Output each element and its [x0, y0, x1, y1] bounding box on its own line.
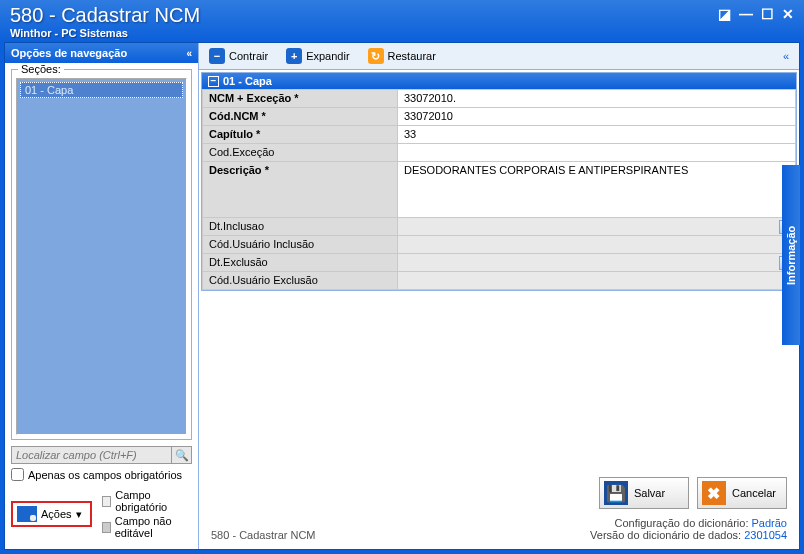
- section-title: 01 - Capa: [223, 75, 272, 87]
- sections-label: Seções:: [18, 63, 64, 75]
- val-capitulo[interactable]: 33: [398, 126, 796, 144]
- val-dtexclusao[interactable]: ▾: [398, 254, 796, 272]
- config-value[interactable]: Padrão: [752, 517, 787, 529]
- lbl-ncm-excecao: NCM + Exceção *: [203, 90, 398, 108]
- restore-icon[interactable]: ◪: [718, 6, 731, 22]
- window-subtitle: Winthor - PC Sistemas: [10, 27, 200, 39]
- config-label: Configuração do dicionário:: [615, 517, 749, 529]
- cancel-label: Cancelar: [732, 487, 776, 499]
- only-required-label: Apenas os campos obrigatórios: [28, 469, 182, 481]
- val-dtinclusao[interactable]: ▾: [398, 218, 796, 236]
- lbl-dtinclusao: Dt.Inclusao: [203, 218, 398, 236]
- search-icon: 🔍: [175, 449, 189, 462]
- val-codusr-exc[interactable]: [398, 272, 796, 290]
- form-grid: − 01 - Capa NCM + Exceção *33072010. Cód…: [201, 72, 797, 291]
- section-header[interactable]: − 01 - Capa: [202, 73, 796, 89]
- lbl-codusr-exc: Cód.Usuário Exclusão: [203, 272, 398, 290]
- expandir-label: Expandir: [306, 50, 349, 62]
- val-ncm-excecao[interactable]: 33072010.: [398, 90, 796, 108]
- val-codexcecao[interactable]: [398, 144, 796, 162]
- version-value[interactable]: 2301054: [744, 529, 787, 541]
- sections-tree[interactable]: 01 - Capa: [16, 78, 187, 435]
- actions-button[interactable]: Ações ▾: [11, 501, 92, 527]
- lbl-capitulo: Capítulo *: [203, 126, 398, 144]
- close-icon[interactable]: ✕: [782, 6, 794, 22]
- search-input[interactable]: [11, 446, 172, 464]
- maximize-icon[interactable]: ☐: [761, 6, 774, 22]
- chevron-down-icon: ▾: [76, 508, 82, 521]
- collapse-icon[interactable]: −: [208, 76, 219, 87]
- legend-required-icon: [102, 496, 112, 507]
- contrair-label: Contrair: [229, 50, 268, 62]
- main-panel: −Contrair +Expandir ↻Restaurar « − 01 - …: [199, 43, 799, 549]
- val-codncm[interactable]: 33072010: [398, 108, 796, 126]
- cancel-icon: ✖: [702, 481, 726, 505]
- status-right: Configuração do dicionário: Padrão Versã…: [590, 517, 787, 541]
- info-tab[interactable]: Informação: [782, 165, 800, 345]
- legend-readonly-icon: [102, 522, 111, 533]
- cancel-button[interactable]: ✖Cancelar: [697, 477, 787, 509]
- status-left: 580 - Cadastrar NCM: [211, 529, 316, 541]
- lbl-descricao: Descrição *: [203, 162, 398, 218]
- sections-box: Seções: 01 - Capa: [11, 69, 192, 440]
- save-label: Salvar: [634, 487, 665, 499]
- val-codusr-inc[interactable]: [398, 236, 796, 254]
- chevron-left-icon[interactable]: «: [186, 48, 192, 59]
- restaurar-label: Restaurar: [388, 50, 436, 62]
- minimize-icon[interactable]: —: [739, 6, 753, 22]
- version-label: Versão do dicionário de dados:: [590, 529, 741, 541]
- restaurar-button[interactable]: ↻Restaurar: [364, 46, 440, 66]
- titlebar: 580 - Cadastrar NCM Winthor - PC Sistema…: [0, 0, 804, 42]
- chevron-right-icon[interactable]: «: [779, 50, 793, 62]
- lbl-codusr-inc: Cód.Usuário Inclusão: [203, 236, 398, 254]
- search-button[interactable]: 🔍: [172, 446, 192, 464]
- info-tab-label: Informação: [785, 225, 797, 284]
- only-required-input[interactable]: [11, 468, 24, 481]
- window: 580 - Cadastrar NCM Winthor - PC Sistema…: [0, 0, 804, 554]
- plus-icon: +: [286, 48, 302, 64]
- toolbar: −Contrair +Expandir ↻Restaurar «: [199, 43, 799, 70]
- save-button[interactable]: 💾Salvar: [599, 477, 689, 509]
- nav-header-label: Opções de navegação: [11, 47, 127, 59]
- sidebar: Opções de navegação « Seções: 01 - Capa …: [5, 43, 199, 549]
- contrair-button[interactable]: −Contrair: [205, 46, 272, 66]
- legend-readonly-label: Campo não editável: [115, 515, 192, 539]
- expandir-button[interactable]: +Expandir: [282, 46, 353, 66]
- only-required-checkbox[interactable]: Apenas os campos obrigatórios: [11, 468, 192, 481]
- save-icon: 💾: [604, 481, 628, 505]
- val-descricao[interactable]: DESODORANTES CORPORAIS E ANTIPERSPIRANTE…: [398, 162, 796, 218]
- actions-label: Ações: [41, 508, 72, 520]
- legend-required-label: Campo obrigatório: [115, 489, 192, 513]
- actions-icon: [17, 506, 37, 522]
- nav-header[interactable]: Opções de navegação «: [5, 43, 198, 63]
- legend: Campo obrigatório Campo não editável: [102, 489, 192, 539]
- window-title: 580 - Cadastrar NCM: [10, 4, 200, 27]
- tree-item-capa[interactable]: 01 - Capa: [20, 82, 183, 98]
- lbl-codncm: Cód.NCM *: [203, 108, 398, 126]
- lbl-dtexclusao: Dt.Exclusão: [203, 254, 398, 272]
- fire-icon: ↻: [368, 48, 384, 64]
- lbl-codexcecao: Cod.Exceção: [203, 144, 398, 162]
- minus-icon: −: [209, 48, 225, 64]
